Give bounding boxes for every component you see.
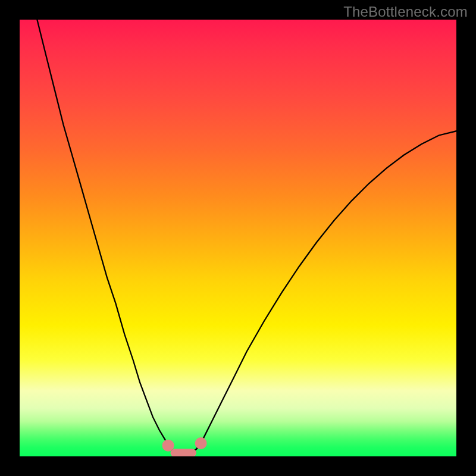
marker-right [195, 437, 207, 449]
chart-frame: TheBottleneck.com [0, 0, 476, 476]
right-curve [196, 131, 456, 449]
plot-area [20, 20, 456, 456]
marker-left [162, 440, 174, 452]
curve-layer [20, 20, 456, 456]
left-curve [37, 20, 173, 451]
attribution-label: TheBottleneck.com [343, 4, 468, 20]
